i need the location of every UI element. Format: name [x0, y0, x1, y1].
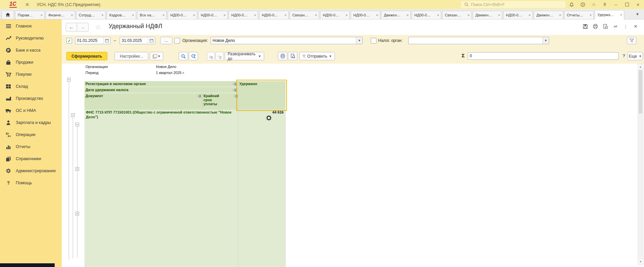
- tab-16[interactable]: Движен…×: [473, 11, 502, 19]
- global-search-input[interactable]: Поиск Ctrl+Shift+F: [461, 1, 566, 8]
- more-button[interactable]: Еще ▼: [628, 52, 643, 60]
- close-form-icon[interactable]: ×: [633, 23, 639, 29]
- column-withhold-date[interactable]: Дата удержания налога ↓: [84, 87, 238, 93]
- collapse-groups-icon[interactable]: ↓: [207, 52, 215, 60]
- tab-5[interactable]: Все на…×: [137, 11, 167, 19]
- sidebar-item-12[interactable]: Справочники: [0, 153, 62, 165]
- collapse-header-button[interactable]: [67, 78, 71, 81]
- chevron-down-icon[interactable]: ▼: [542, 37, 549, 44]
- collapse-org-button[interactable]: [71, 113, 75, 117]
- scroll-up-icon[interactable]: ▲: [638, 64, 643, 69]
- column-registration[interactable]: Регистрация в налоговом органе ↓: [84, 81, 238, 87]
- sidebar-item-3[interactable]: PБанк и касса: [0, 44, 62, 56]
- organization-checkbox[interactable]: [174, 38, 180, 44]
- sidebar-item-8[interactable]: ОС и НМА: [0, 105, 62, 117]
- tab-close-icon[interactable]: ×: [620, 13, 622, 17]
- sidebar-item-5[interactable]: Покупки: [0, 68, 62, 80]
- print-icon[interactable]: [592, 23, 598, 29]
- tab-1[interactable]: Парам…×: [15, 11, 45, 19]
- sidebar-item-4[interactable]: Продажи: [0, 56, 62, 68]
- tab-8[interactable]: НД00-0…×: [229, 11, 258, 19]
- favorites-star-icon[interactable]: ☆: [591, 2, 596, 7]
- tab-3[interactable]: Сотруд…×: [76, 11, 106, 19]
- tab-2[interactable]: Физиче…×: [46, 11, 75, 19]
- tab-close-icon[interactable]: ×: [559, 13, 561, 17]
- tab-13[interactable]: Движен…×: [381, 11, 411, 19]
- expand-groups-icon[interactable]: ↑: [216, 52, 224, 60]
- tab-close-icon[interactable]: ×: [163, 13, 165, 17]
- sort-icon[interactable]: ↓: [197, 94, 201, 97]
- sort-icon[interactable]: ↓: [232, 82, 237, 85]
- sidebar-item-14[interactable]: ?Помощь: [0, 177, 62, 189]
- column-withheld[interactable]: Удержано: [238, 81, 286, 110]
- tab-close-icon[interactable]: ×: [590, 13, 592, 17]
- tab-9[interactable]: НД00-0…×: [259, 11, 289, 19]
- home-tab[interactable]: [1, 10, 14, 19]
- preview-toolbar-icon[interactable]: [288, 52, 297, 60]
- sidebar-item-2[interactable]: Руководителю: [0, 32, 62, 44]
- scrollbar-thumb[interactable]: [639, 70, 642, 114]
- sidebar-item-13[interactable]: Администрирование: [0, 165, 62, 177]
- minimize-icon[interactable]: –: [613, 2, 619, 7]
- expand-to-button[interactable]: Разворачивать до ▼: [225, 52, 264, 60]
- find-icon[interactable]: [179, 52, 188, 60]
- back-button[interactable]: ←: [66, 23, 77, 31]
- tab-11[interactable]: НД00-0…×: [320, 11, 350, 19]
- tab-20[interactable]: Удержа…×: [595, 10, 624, 19]
- get-link-icon[interactable]: [612, 23, 619, 29]
- send-button[interactable]: Отправить ▼: [299, 52, 335, 60]
- find-next-icon[interactable]: [189, 52, 198, 60]
- tab-close-icon[interactable]: ×: [529, 13, 531, 17]
- tab-close-icon[interactable]: ×: [376, 13, 378, 17]
- save-report-icon[interactable]: [582, 23, 588, 29]
- chevron-down-icon[interactable]: ▼: [356, 37, 362, 44]
- period-variants-button[interactable]: ...: [160, 37, 172, 44]
- favorite-star-icon[interactable]: ☆: [95, 23, 101, 31]
- generate-button[interactable]: Сформировать: [66, 52, 107, 60]
- restore-icon[interactable]: [624, 2, 630, 7]
- close-window-icon[interactable]: ×: [635, 2, 641, 7]
- sort-icon[interactable]: ↓: [232, 88, 237, 91]
- tab-close-icon[interactable]: ×: [498, 13, 500, 17]
- tab-close-icon[interactable]: ×: [132, 13, 134, 17]
- tab-close-icon[interactable]: ×: [193, 13, 195, 17]
- sidebar-item-9[interactable]: Зарплата и кадры: [0, 117, 62, 129]
- tab-14[interactable]: НД00-0…×: [412, 11, 441, 19]
- period-checkbox[interactable]: ✓: [66, 38, 72, 44]
- tab-close-icon[interactable]: ×: [437, 13, 439, 17]
- tab-close-icon[interactable]: ×: [407, 13, 409, 17]
- sort-icon[interactable]: ↓: [233, 94, 238, 97]
- organization-combo[interactable]: Новое Дело ▼: [211, 37, 363, 44]
- collapse-group-button[interactable]: [75, 123, 79, 126]
- sidebar-item-1[interactable]: Главное: [0, 20, 62, 32]
- calendar-icon[interactable]: [148, 37, 155, 44]
- tab-4[interactable]: Кадров…×: [107, 11, 136, 19]
- history-clock-icon[interactable]: [580, 2, 585, 7]
- tab-17[interactable]: НД00-0…×: [503, 11, 533, 19]
- sidebar-item-11[interactable]: Отчеты: [0, 141, 62, 153]
- tab-close-icon[interactable]: ×: [315, 13, 317, 17]
- period-from-field[interactable]: 01.01.2025: [75, 37, 111, 44]
- tab-19[interactable]: Отчеты…×: [564, 11, 594, 19]
- tax-authority-combo[interactable]: ▼: [408, 37, 549, 44]
- preview-icon[interactable]: [602, 23, 608, 29]
- vertical-scrollbar[interactable]: ▲ ▼: [638, 64, 643, 265]
- calendar-icon[interactable]: [103, 37, 110, 44]
- tab-12[interactable]: НД00-0…×: [351, 11, 380, 19]
- main-menu-icon[interactable]: ≡: [25, 2, 28, 7]
- tab-close-icon[interactable]: ×: [224, 13, 226, 17]
- tab-close-icon[interactable]: ×: [71, 13, 73, 17]
- tab-close-icon[interactable]: ×: [285, 13, 287, 17]
- column-deadline[interactable]: Крайний срок уплаты ↓: [202, 93, 238, 110]
- tab-10[interactable]: Связан…×: [290, 11, 319, 19]
- sidebar-item-6[interactable]: Склад: [0, 80, 62, 92]
- tab-close-icon[interactable]: ×: [41, 13, 43, 17]
- notifications-bell-icon[interactable]: [569, 2, 574, 7]
- org-total-row[interactable]: ФНС 7715 КПП 771501001 (Общество с огран…: [84, 110, 286, 267]
- tax-authority-checkbox[interactable]: [371, 38, 376, 44]
- more-kebab-icon[interactable]: ⋮: [623, 23, 629, 29]
- print-toolbar-icon[interactable]: [278, 52, 287, 60]
- service-menu-icon[interactable]: ≡▾: [602, 2, 607, 7]
- tab-18[interactable]: Движен…×: [534, 11, 563, 19]
- tab-close-icon[interactable]: ×: [254, 13, 256, 17]
